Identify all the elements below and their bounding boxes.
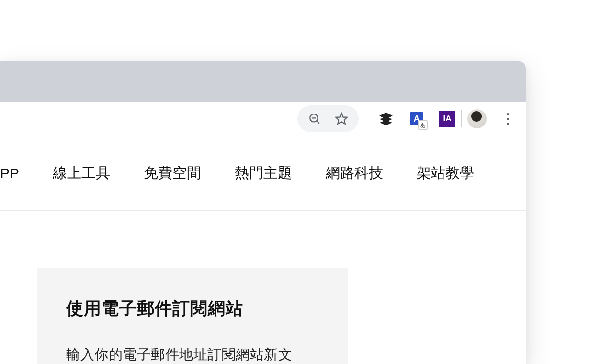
- svg-line-1: [317, 121, 319, 123]
- address-bar-actions: [297, 105, 359, 132]
- bookmark-star-icon[interactable]: [335, 112, 348, 125]
- translate-extension-icon[interactable]: A あ: [409, 111, 425, 127]
- card-body-text: 輸入你的電子郵件地址訂閱網站新文: [66, 343, 319, 364]
- browser-window: A あ IA APP 線上工具 免費空間 熱門主題 網路科技 架站教學 使用電子…: [0, 61, 526, 364]
- nav-item-site-tutorials[interactable]: 架站教學: [417, 163, 474, 183]
- browser-toolbar: A あ IA: [0, 102, 526, 136]
- toolbar-divider: [461, 110, 462, 127]
- ia-extension-label: IA: [439, 111, 455, 127]
- nav-item-free-space[interactable]: 免費空間: [144, 163, 201, 183]
- profile-avatar[interactable]: [467, 109, 487, 128]
- nav-item-hot-topics[interactable]: 熱門主題: [235, 163, 292, 183]
- tab-bar: [0, 61, 526, 102]
- nav-item-online-tools[interactable]: 線上工具: [53, 163, 110, 183]
- buffer-extension-icon[interactable]: [378, 111, 394, 127]
- svg-marker-6: [380, 120, 392, 125]
- browser-menu-icon[interactable]: [501, 112, 514, 125]
- nav-item-app[interactable]: APP: [0, 165, 19, 182]
- address-bar-area: [0, 105, 359, 132]
- translate-glyph-secondary: あ: [418, 120, 428, 130]
- email-subscribe-card: 使用電子郵件訂閱網站 輸入你的電子郵件地址訂閱網站新文: [37, 268, 348, 364]
- nav-item-internet-tech[interactable]: 網路科技: [326, 163, 383, 183]
- site-nav: APP 線上工具 免費空間 熱門主題 網路科技 架站教學: [0, 136, 526, 211]
- zoom-out-icon[interactable]: [308, 112, 321, 125]
- extension-icons: A あ IA: [378, 111, 455, 127]
- content-area: 使用電子郵件訂閱網站 輸入你的電子郵件地址訂閱網站新文: [0, 211, 526, 364]
- svg-marker-3: [336, 113, 347, 124]
- ia-extension-icon[interactable]: IA: [439, 111, 455, 127]
- card-title: 使用電子郵件訂閱網站: [66, 297, 319, 320]
